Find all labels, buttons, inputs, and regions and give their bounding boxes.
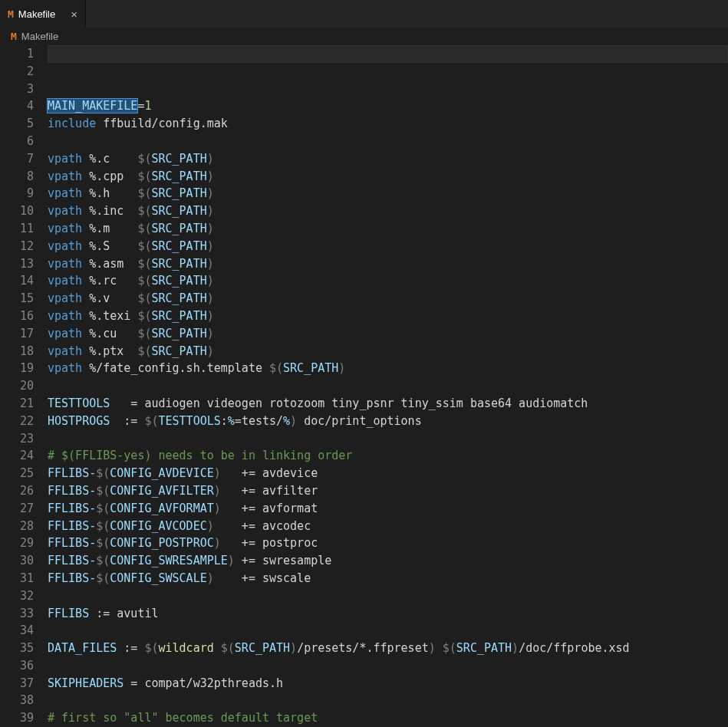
- code-line: SKIPHEADERS = compat/w32pthreads.h: [48, 675, 728, 692]
- makefile-icon: M: [11, 31, 17, 42]
- line-number: 31: [0, 570, 34, 587]
- code-line: vpath %.h $(SRC_PATH): [48, 185, 728, 202]
- line-number: 32: [0, 587, 34, 605]
- code-line: # first so "all" becomes default target: [48, 709, 728, 727]
- line-number: 38: [0, 692, 34, 709]
- tab-bar: M Makefile ×: [0, 0, 728, 28]
- line-number: 12: [0, 238, 34, 255]
- code-line: FFLIBS-$(CONFIG_POSTPROC) += postproc: [48, 535, 728, 552]
- code-line: vpath %/fate_config.sh.template $(SRC_PA…: [48, 360, 728, 377]
- code-line: [48, 133, 728, 150]
- line-number: 20: [0, 377, 34, 395]
- editor[interactable]: 1234567891011121314151617181920212223242…: [0, 44, 728, 725]
- line-number: 19: [0, 360, 34, 377]
- code-line: MAIN_MAKEFILE=1: [48, 97, 728, 115]
- line-number: 7: [0, 150, 34, 168]
- line-number: 18: [0, 343, 34, 360]
- code-line: [48, 430, 728, 448]
- code-line: vpath %.S $(SRC_PATH): [48, 238, 728, 255]
- tab-makefile[interactable]: M Makefile ×: [0, 0, 86, 28]
- code-content: MAIN_MAKEFILE=1include ffbuild/config.ma…: [48, 97, 728, 727]
- code-line: FFLIBS-$(CONFIG_AVDEVICE) += avdevice: [48, 465, 728, 482]
- line-number: 23: [0, 430, 34, 448]
- line-number: 37: [0, 675, 34, 692]
- code-line: FFLIBS-$(CONFIG_AVCODEC) += avcodec: [48, 518, 728, 535]
- line-number: 35: [0, 640, 34, 657]
- code-line: FFLIBS-$(CONFIG_SWRESAMPLE) += swresampl…: [48, 552, 728, 570]
- code-line: vpath %.cpp $(SRC_PATH): [48, 168, 728, 186]
- code-line: FFLIBS-$(CONFIG_AVFORMAT) += avformat: [48, 500, 728, 518]
- line-number: 16: [0, 308, 34, 325]
- code-line: [48, 587, 728, 605]
- line-number: 5: [0, 115, 34, 133]
- tab-title: Makefile: [18, 8, 55, 20]
- line-number: 10: [0, 202, 34, 220]
- line-number: 4: [0, 97, 34, 115]
- code-line: HOSTPROGS := $(TESTTOOLS:%=tests/%) doc/…: [48, 413, 728, 430]
- code-line: vpath %.c $(SRC_PATH): [48, 150, 728, 168]
- code-line: FFLIBS := avutil: [48, 605, 728, 623]
- code-line: # $(FFLIBS-yes) needs to be in linking o…: [48, 447, 728, 465]
- line-number: 30: [0, 552, 34, 570]
- line-number: 3: [0, 81, 34, 98]
- code-line: FFLIBS-$(CONFIG_AVFILTER) += avfilter: [48, 482, 728, 500]
- code-line: vpath %.cu $(SRC_PATH): [48, 325, 728, 343]
- line-number: 2: [0, 63, 34, 81]
- current-line-highlight: [48, 45, 728, 63]
- line-number: 21: [0, 395, 34, 413]
- line-number: 22: [0, 413, 34, 430]
- line-number: 14: [0, 272, 34, 290]
- line-number: 34: [0, 622, 34, 640]
- line-number: 1: [0, 45, 34, 63]
- code-line: DATA_FILES := $(wildcard $(SRC_PATH)/pre…: [48, 640, 728, 657]
- code-line: vpath %.inc $(SRC_PATH): [48, 202, 728, 220]
- makefile-icon: M: [8, 8, 14, 20]
- line-number: 33: [0, 605, 34, 623]
- line-number: 29: [0, 535, 34, 552]
- line-number: 24: [0, 447, 34, 465]
- code-line: vpath %.rc $(SRC_PATH): [48, 272, 728, 290]
- breadcrumb[interactable]: M Makefile: [0, 28, 728, 44]
- line-number: 11: [0, 220, 34, 238]
- line-number: 27: [0, 500, 34, 518]
- code-line: include ffbuild/config.mak: [48, 115, 728, 133]
- code-line: vpath %.v $(SRC_PATH): [48, 290, 728, 308]
- line-number: 9: [0, 185, 34, 202]
- line-number: 17: [0, 325, 34, 343]
- code-line: [48, 657, 728, 675]
- breadcrumb-title: Makefile: [21, 31, 58, 42]
- line-number: 25: [0, 465, 34, 482]
- code-line: [48, 692, 728, 709]
- code-line: FFLIBS-$(CONFIG_SWSCALE) += swscale: [48, 570, 728, 587]
- line-number: 26: [0, 482, 34, 500]
- close-icon[interactable]: ×: [71, 8, 77, 21]
- line-number-gutter: 1234567891011121314151617181920212223242…: [0, 44, 48, 725]
- code-line: vpath %.asm $(SRC_PATH): [48, 255, 728, 273]
- code-line: [48, 377, 728, 395]
- line-number: 39: [0, 709, 34, 727]
- code-line: TESTTOOLS = audiogen videogen rotozoom t…: [48, 395, 728, 413]
- line-number: 36: [0, 657, 34, 675]
- line-number: 28: [0, 518, 34, 535]
- code-line: vpath %.texi $(SRC_PATH): [48, 308, 728, 325]
- code-line: vpath %.m $(SRC_PATH): [48, 220, 728, 238]
- code-line: vpath %.ptx $(SRC_PATH): [48, 343, 728, 360]
- line-number: 6: [0, 133, 34, 150]
- code-line: [48, 622, 728, 640]
- line-number: 13: [0, 255, 34, 273]
- code-area[interactable]: MAIN_MAKEFILE=1include ffbuild/config.ma…: [48, 44, 728, 725]
- line-number: 8: [0, 168, 34, 186]
- line-number: 15: [0, 290, 34, 308]
